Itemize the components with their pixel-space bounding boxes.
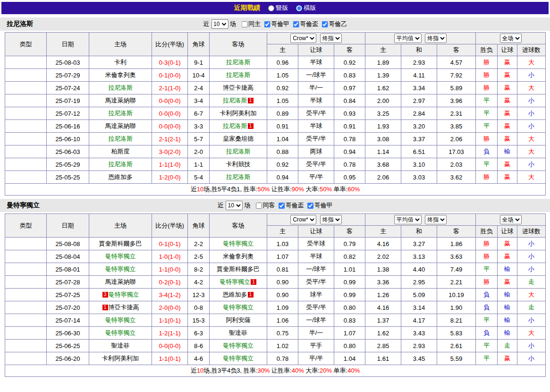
table-row: 哥倫盃 25-06-16 馬達萊納聯 0-0(0-0) 3-3 拉尼洛斯1 0.… — [5, 120, 546, 133]
league-filter[interactable]: 哥倫甲 — [307, 201, 333, 210]
red-card-badge: 3 — [102, 292, 108, 298]
team-name: 拉尼洛斯 — [226, 173, 251, 180]
summary-segment: 40% — [292, 367, 304, 374]
col-result: 胜负 — [476, 226, 498, 238]
home-team-cell: 1博亞卡捷高 — [89, 301, 152, 314]
filter-checkbox[interactable] — [322, 21, 328, 27]
home-team-cell: 恩維加多 — [89, 171, 152, 184]
score-cell: 3-0(2-0) — [152, 145, 188, 158]
summary-line: 近10场,胜5平4负1, 胜率:50% 让胜率:90% 大率:50% 单率:60… — [5, 184, 546, 196]
avg-away-odds-cell: 8.21 — [437, 314, 476, 327]
league-filter[interactable]: 哥倫乙 — [322, 20, 347, 28]
horizontal-radio[interactable] — [296, 5, 302, 11]
team-name: 賈奎斯科爾多巴 — [217, 265, 260, 273]
europe-stage-select[interactable]: 终指 — [425, 215, 447, 224]
odds-company-select[interactable]: Crow* — [290, 215, 316, 224]
filter-checkbox[interactable] — [256, 203, 262, 209]
away-team-cell: 拉尼洛斯1 — [210, 120, 267, 133]
avg-home-odds-cell: 1.62 — [365, 82, 401, 94]
col-handicap-result: 让球 — [498, 226, 517, 238]
handicap-stage-select[interactable]: 终指 — [320, 215, 342, 224]
rounds-select[interactable]: 10 — [211, 19, 228, 29]
avg-away-odds-cell: 7.92 — [437, 69, 476, 82]
league-cell: 哥倫甲 — [5, 94, 47, 107]
result-cell: 平 — [476, 107, 498, 120]
filter-label: 哥倫乙 — [329, 20, 347, 28]
europe-odds-header: 平均值 终指 — [365, 214, 476, 226]
layout-horizontal-option[interactable]: 橫版 — [296, 4, 316, 12]
field-label: 场 — [245, 201, 251, 210]
avg-draw-odds-cell: 6.51 — [401, 145, 437, 158]
col-date: 日期 — [47, 214, 89, 238]
avg-home-odds-cell: 1.37 — [365, 314, 401, 327]
table-row: 哥倫甲 25-06-20 卡利阿美利加 1-1(0-1) 4-6 曼特寧獨立 0… — [5, 352, 546, 365]
league-cell: 哥倫盃 — [5, 158, 47, 171]
avg-home-odds-cell: 3.68 — [365, 158, 401, 171]
handicap-home-odds-cell: 1.05 — [267, 94, 298, 107]
col-score: 比分(半场) — [152, 214, 188, 238]
team-name: 拉尼洛斯 — [108, 110, 133, 117]
handicap-away-odds-cell: 0.93 — [334, 107, 365, 120]
league-filter[interactable]: 哥倫盃 — [279, 201, 304, 210]
rounds-select[interactable]: 10 — [226, 201, 243, 210]
score-cell: 0-0(0-0) — [152, 107, 188, 120]
col-corner: 角球 — [188, 214, 210, 238]
section-team-title: 拉尼洛斯 — [0, 20, 33, 28]
handicap-stage-select[interactable]: 终指 — [320, 34, 342, 43]
vertical-radio[interactable] — [268, 5, 274, 11]
avg-away-odds-cell: 3.85 — [437, 120, 476, 133]
table-row: 哥倫盃 25-08-01 曼特寧獨立 1-1(0-0) 8-2 賈奎斯科爾多巴 … — [5, 263, 546, 276]
scope-select[interactable]: 全场 — [500, 34, 522, 43]
layout-vertical-option[interactable]: 豎版 — [268, 4, 288, 12]
league-cell: 哥倫甲 — [5, 56, 47, 69]
score-cell: 2-1(1-0) — [152, 82, 188, 94]
europe-stage-select[interactable]: 终指 — [425, 34, 447, 43]
league-filters: 同主哥倫甲哥倫盃哥倫乙 — [238, 20, 347, 28]
handicap-result-cell: 赢 — [498, 171, 517, 184]
handicap-away-odds-cell: 0.82 — [334, 250, 365, 263]
average-select[interactable]: 平均值 — [394, 215, 422, 224]
filter-checkbox[interactable] — [279, 203, 285, 209]
red-card-badge: 1 — [102, 305, 108, 310]
handicap-line-cell: 平/半 — [298, 352, 334, 365]
team-name: 米倫拿列奧 — [223, 253, 254, 260]
red-card-badge: 1 — [248, 98, 254, 103]
away-team-cell: 博亞卡捷高 — [210, 82, 267, 94]
odds-company-select[interactable]: Crow* — [290, 34, 316, 43]
team-name: 拉尼洛斯 — [108, 135, 133, 142]
home-team-cell: 柏斯度 — [89, 145, 152, 158]
corners-cell: 3-4 — [188, 94, 210, 107]
away-team-cell: 曼特寧獨立 — [210, 301, 267, 314]
corners-cell: 0-8 — [188, 301, 210, 314]
handicap-result-cell: 輸 — [498, 145, 517, 158]
handicap-result-cell: 輸 — [498, 327, 517, 340]
team-name: 拉尼洛斯 — [108, 84, 133, 91]
league-filter[interactable]: 同主 — [241, 20, 261, 28]
col-type: 类型 — [5, 33, 47, 56]
league-filter[interactable]: 同客 — [256, 201, 275, 210]
filter-checkbox[interactable] — [293, 21, 299, 27]
team-section-1: 拉尼洛斯 近 10 场 同主哥倫甲哥倫盃哥倫乙 类型 日期 主场 比分(半场) … — [0, 17, 550, 196]
away-team-cell: 拉尼洛斯 — [210, 69, 267, 82]
col-score: 比分(半场) — [152, 33, 188, 56]
handicap-away-odds-cell: 0.91 — [334, 120, 365, 133]
average-select[interactable]: 平均值 — [394, 34, 422, 43]
avg-draw-odds-cell: 3.14 — [401, 301, 437, 314]
filter-checkbox[interactable] — [241, 21, 247, 27]
handicap-away-odds-cell: 0.92 — [334, 56, 365, 69]
score-cell: 0-0(0-0) — [152, 94, 188, 107]
handicap-line-cell: 一/球半 — [298, 314, 334, 327]
league-cell: 哥倫甲 — [5, 250, 47, 263]
score-cell: 1-1(0-1) — [152, 352, 188, 365]
avg-draw-odds-cell: 3.34 — [401, 82, 437, 94]
summary-segment: 单率: — [332, 367, 347, 374]
league-filter[interactable]: 哥倫盃 — [293, 20, 318, 28]
filter-checkbox[interactable] — [264, 21, 270, 27]
avg-draw-odds-cell: 3.43 — [401, 327, 437, 340]
league-filter[interactable]: 哥倫甲 — [264, 20, 289, 28]
handicap-odds-header: Crow* 终指 — [267, 33, 365, 44]
handicap-away-odds-cell: 0.79 — [334, 238, 365, 250]
filter-checkbox[interactable] — [307, 203, 313, 209]
filter-label: 同主 — [248, 20, 261, 28]
scope-select[interactable]: 全场 — [500, 215, 522, 224]
